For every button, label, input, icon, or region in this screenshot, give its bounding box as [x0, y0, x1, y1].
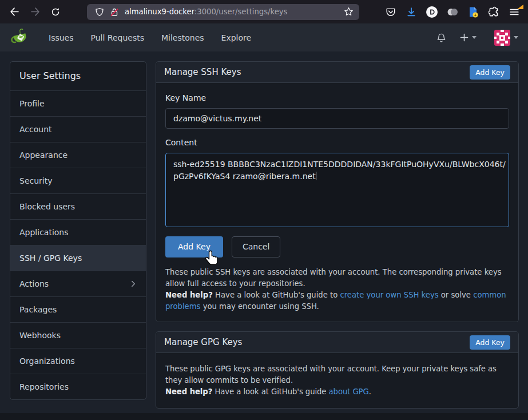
shield-icon[interactable] — [95, 7, 104, 17]
gpg-panel-header: Manage GPG Keys Add Key — [156, 332, 518, 353]
ssh-add-key-header-button[interactable]: Add Key — [470, 65, 510, 80]
sidebar-item-appearance[interactable]: Appearance — [10, 142, 146, 168]
gpg-help-text: These public GPG keys are associated wit… — [165, 363, 509, 398]
user-avatar[interactable] — [494, 30, 510, 46]
sidebar-item-profile[interactable]: Profile — [10, 90, 146, 116]
gitea-navbar: Issues Pull Requests Milestones Explore — [0, 23, 528, 51]
manage-ssh-keys-panel: Manage SSH Keys Add Key Key Name dzamo@v… — [156, 61, 519, 322]
sidebar-item-packages[interactable]: Packages — [10, 296, 146, 322]
manage-gpg-keys-panel: Manage GPG Keys Add Key These public GPG… — [156, 331, 519, 409]
cancel-button[interactable]: Cancel — [232, 236, 280, 257]
navbar-link-pull-requests[interactable]: Pull Requests — [91, 33, 144, 42]
gpg-add-key-header-button[interactable]: Add Key — [470, 335, 510, 350]
text-cursor — [316, 172, 316, 180]
forward-icon — [30, 7, 40, 17]
create-new-button[interactable] — [460, 33, 477, 42]
ssh-panel-title: Manage SSH Keys — [164, 67, 241, 77]
about-gpg-link[interactable]: about GPG — [329, 387, 369, 396]
sidebar-title: User Settings — [10, 62, 146, 90]
reload-icon — [51, 7, 60, 17]
extensions-puzzle-icon[interactable] — [483, 2, 504, 22]
key-name-label: Key Name — [165, 93, 509, 103]
mouse-cursor — [205, 249, 220, 267]
navbar-link-explore[interactable]: Explore — [221, 33, 252, 42]
ssh-panel-header: Manage SSH Keys Add Key — [156, 62, 518, 83]
sidebar-item-actions[interactable]: Actions — [10, 271, 146, 296]
navbar-links: Issues Pull Requests Milestones Explore — [49, 33, 268, 42]
notifications-bell-icon[interactable] — [436, 33, 446, 43]
bookmark-star-icon[interactable] — [344, 7, 354, 17]
chevron-right-icon — [130, 280, 137, 287]
ssh-help-text: These public SSH keys are associated wit… — [165, 267, 509, 312]
avatar-chevron-down-icon[interactable] — [514, 36, 518, 39]
sidebar-item-repositories[interactable]: Repositories — [10, 374, 146, 399]
content-textarea[interactable]: ssh-ed25519 BBBBC3NzaC1lZDI1NTE5DDDDIDAN… — [165, 153, 509, 227]
menu-hamburger-icon[interactable] — [504, 2, 525, 22]
url-bar[interactable]: almalinux9-docker:3000/user/settings/key… — [87, 4, 359, 20]
url-text[interactable]: almalinux9-docker:3000/user/settings/key… — [125, 7, 288, 16]
key-name-input[interactable]: dzamo@victus.my.net — [165, 108, 509, 129]
content-label: Content — [165, 138, 509, 148]
sidebar-item-account[interactable]: Account — [10, 116, 146, 142]
ssh-guide-link[interactable]: create your own SSH keys — [340, 291, 438, 299]
navbar-link-milestones[interactable]: Milestones — [161, 33, 204, 42]
plus-icon — [460, 33, 469, 42]
back-icon — [10, 7, 19, 17]
downloads-icon[interactable] — [401, 2, 422, 22]
sidebar-item-webhooks[interactable]: Webhooks — [10, 322, 146, 348]
sidebar-item-applications[interactable]: Applications — [10, 219, 146, 245]
browser-forward-button[interactable] — [27, 4, 43, 20]
sidebar-item-organizations[interactable]: Organizations — [10, 348, 146, 374]
gpg-panel-title: Manage GPG Keys — [164, 337, 242, 347]
sidebar-item-security[interactable]: Security — [10, 168, 146, 193]
extension-d-icon[interactable] — [422, 2, 442, 22]
extension-gray-icon[interactable] — [442, 2, 463, 22]
pocket-icon[interactable] — [380, 2, 401, 22]
gitea-logo[interactable] — [10, 27, 30, 47]
browser-reload-button[interactable] — [47, 4, 63, 20]
footer-strip — [0, 413, 528, 420]
insecure-lock-icon[interactable] — [110, 7, 119, 17]
browser-toolbar: almalinux9-docker:3000/user/settings/key… — [0, 0, 528, 23]
chevron-down-icon — [472, 36, 477, 39]
sidebar-item-ssh-gpg-keys[interactable]: SSH / GPG Keys — [10, 245, 146, 271]
browser-back-button[interactable] — [6, 4, 22, 20]
sidebar-item-blocked-users[interactable]: Blocked users — [10, 193, 146, 219]
navbar-link-issues[interactable]: Issues — [49, 33, 74, 42]
settings-sidebar: User Settings Profile Account Appearance… — [10, 61, 146, 400]
extension-translate-icon[interactable] — [463, 2, 483, 22]
